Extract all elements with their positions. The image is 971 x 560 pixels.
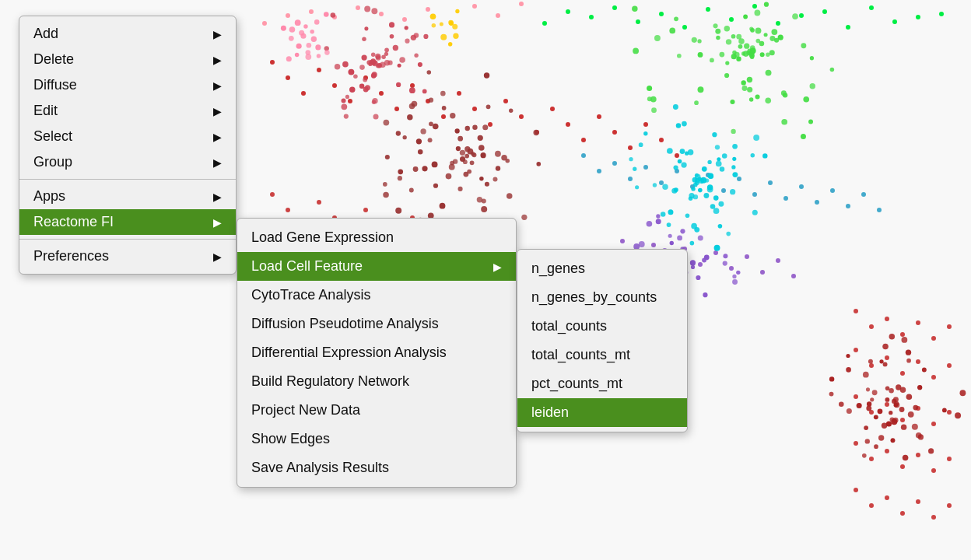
menu-item-load-cell-feature-label: Load Cell Feature (251, 258, 363, 275)
menu-item-build-regulatory-network[interactable]: Build Regulatory Network (237, 367, 516, 396)
menu-item-n-genes-by-counts[interactable]: n_genes_by_counts (517, 283, 687, 312)
submenu-arrow-group: ▶ (213, 156, 222, 169)
menu-item-pct-counts-mt[interactable]: pct_counts_mt (517, 369, 687, 398)
menu-item-load-cell-feature[interactable]: Load Cell Feature ▶ (237, 252, 516, 281)
submenu-arrow-edit: ▶ (213, 105, 222, 117)
menu-item-cytotrace-label: CytoTrace Analysis (251, 287, 370, 303)
menu-item-reactome-fi-label: Reactome FI (33, 214, 114, 230)
menu-item-apps[interactable]: Apps ▶ (19, 184, 236, 209)
menu-item-reactome-fi[interactable]: Reactome FI ▶ (19, 209, 236, 235)
menu-item-group[interactable]: Group ▶ (19, 149, 236, 175)
menu-item-n-genes-by-counts-label: n_genes_by_counts (531, 289, 657, 306)
menu-item-delete-label: Delete (33, 51, 74, 68)
menu-item-total-counts-mt[interactable]: total_counts_mt (517, 341, 687, 369)
menu-item-total-counts[interactable]: total_counts (517, 312, 687, 341)
submenu-arrow-load-cell-feature: ▶ (493, 261, 502, 273)
menu-item-load-gene-expression[interactable]: Load Gene Expression (237, 223, 516, 252)
submenu-arrow-select: ▶ (213, 131, 222, 143)
menu-item-pct-counts-mt-label: pct_counts_mt (531, 376, 622, 392)
menu-item-diffusion-pseudotime-label: Diffusion Pseudotime Analysis (251, 316, 439, 332)
menu-item-edit-label: Edit (33, 103, 58, 119)
menu-item-delete[interactable]: Delete ▶ (19, 47, 236, 72)
menu-item-add-label: Add (33, 26, 58, 42)
context-menu: Add ▶ Delete ▶ Diffuse ▶ Edit ▶ Select ▶… (19, 16, 237, 275)
menu-item-leiden[interactable]: leiden (517, 398, 687, 427)
menu-item-project-new-data[interactable]: Project New Data (237, 396, 516, 425)
menu-item-show-edges[interactable]: Show Edges (237, 425, 516, 453)
menu-item-differential-expression[interactable]: Differential Expression Analysis (237, 338, 516, 367)
menu-item-total-counts-label: total_counts (531, 318, 607, 334)
menu-item-diffuse-label: Diffuse (33, 77, 77, 93)
menu-item-cytotrace-analysis[interactable]: CytoTrace Analysis (237, 281, 516, 310)
menu-item-show-edges-label: Show Edges (251, 431, 330, 447)
menu-panel-level2: Load Gene Expression Load Cell Feature ▶… (237, 218, 517, 488)
menu-item-load-gene-expression-label: Load Gene Expression (251, 229, 394, 246)
menu-item-group-label: Group (33, 154, 72, 170)
menu-item-n-genes-label: n_genes (531, 261, 585, 277)
menu-item-save-analysis-results-label: Save Analysis Results (251, 460, 389, 476)
menu-item-select[interactable]: Select ▶ (19, 124, 236, 149)
submenu-arrow-delete: ▶ (213, 54, 222, 66)
menu-divider-1 (19, 179, 236, 180)
menu-item-diffuse[interactable]: Diffuse ▶ (19, 72, 236, 98)
menu-panel-level3: n_genes n_genes_by_counts total_counts t… (517, 249, 688, 432)
menu-item-preferences-label: Preferences (33, 248, 109, 264)
menu-item-project-new-data-label: Project New Data (251, 402, 360, 418)
menu-divider-2 (19, 239, 236, 240)
menu-item-preferences[interactable]: Preferences ▶ (19, 243, 236, 269)
menu-item-diffusion-pseudotime[interactable]: Diffusion Pseudotime Analysis (237, 310, 516, 338)
menu-item-leiden-label: leiden (531, 404, 569, 421)
menu-item-apps-label: Apps (33, 188, 65, 205)
submenu-arrow-add: ▶ (213, 28, 222, 40)
submenu-arrow-apps: ▶ (213, 191, 222, 203)
menu-item-save-analysis-results[interactable]: Save Analysis Results (237, 453, 516, 482)
menu-item-add[interactable]: Add ▶ (19, 21, 236, 47)
menu-item-differential-expression-label: Differential Expression Analysis (251, 345, 447, 361)
submenu-arrow-diffuse: ▶ (213, 79, 222, 92)
submenu-arrow-preferences: ▶ (213, 250, 222, 263)
menu-item-total-counts-mt-label: total_counts_mt (531, 347, 630, 363)
menu-item-edit[interactable]: Edit ▶ (19, 98, 236, 124)
menu-item-n-genes[interactable]: n_genes (517, 254, 687, 283)
submenu-arrow-reactome-fi: ▶ (213, 216, 222, 229)
menu-panel-level1: Add ▶ Delete ▶ Diffuse ▶ Edit ▶ Select ▶… (19, 16, 237, 275)
menu-item-select-label: Select (33, 128, 72, 145)
submenu-level2-wrapper: Load Gene Expression Load Cell Feature ▶… (237, 218, 517, 488)
menu-item-build-regulatory-network-label: Build Regulatory Network (251, 373, 409, 390)
